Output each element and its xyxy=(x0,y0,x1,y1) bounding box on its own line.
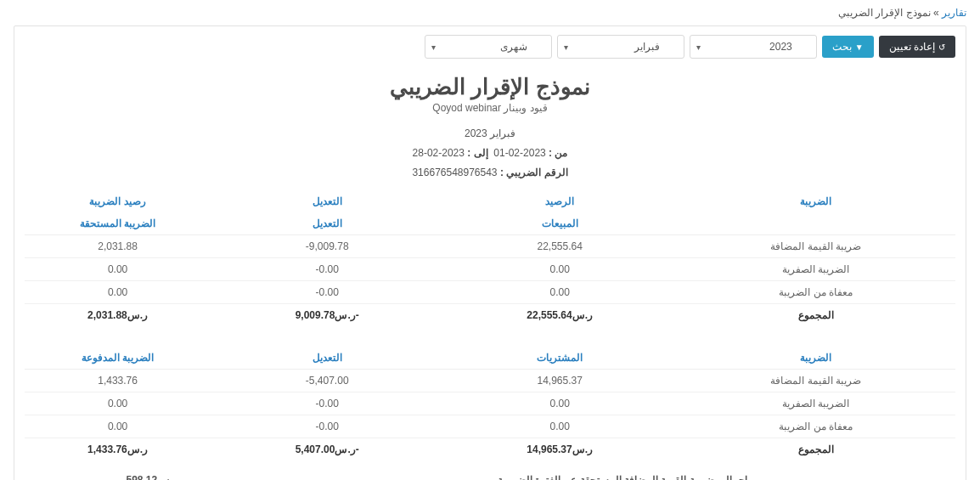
filter-icon: ▼ xyxy=(855,42,864,52)
sales-table: الضريبة الرصيد التعديل رصيد الضريبة المب… xyxy=(25,190,955,326)
summary-value: ر.س598.12 xyxy=(126,474,177,480)
sales-h2: الرصيد xyxy=(443,190,676,212)
purchases-total-row: المجموعر.س14,965.37-ر.س5,407.00ر.س1,433.… xyxy=(25,438,955,461)
sales-h3: التعديل xyxy=(211,190,443,212)
table-row: ضريبة القيمة المضافة14,965.375,407.00-1,… xyxy=(25,370,955,392)
purch-h3: التعديل xyxy=(211,347,443,370)
search-button-label: بحث xyxy=(832,41,852,53)
sales-sub-h2: المبيعات xyxy=(443,212,676,235)
table-row: الضريبة الصفرية0.000.00-0.00 xyxy=(25,258,955,281)
sales-total-row: المجموعر.س22,555.64-ر.س9,009.78ر.س2,031.… xyxy=(25,304,955,327)
table-row: معفاة من الضريبة0.000.00-0.00 xyxy=(25,281,955,304)
to-value: 2023-02-28 xyxy=(413,147,465,159)
purch-h4: الضريبة المدفوعة xyxy=(25,347,211,370)
summary-row: إجمالي ضريبة القيمة المضافة المستحقة عن … xyxy=(25,474,955,480)
reset-button-label: إعادة تعيين xyxy=(889,41,935,53)
sales-h4: رصيد الضريبة xyxy=(25,190,211,212)
page-title: نموذج الإقرار الضريبي xyxy=(25,74,955,100)
to-label: إلى : xyxy=(467,147,487,159)
purchases-table: الضريبة المشتريات التعديل الضريبة المدفو… xyxy=(25,347,955,460)
summary-label: إجمالي ضريبة القيمة المضافة المستحقة عن … xyxy=(290,474,955,480)
from-value: 2023-02-01 xyxy=(493,147,545,159)
purch-h2: المشتريات xyxy=(443,347,676,370)
purch-h1: الضريبة xyxy=(676,347,955,370)
year-select[interactable]: 2023 xyxy=(690,35,817,59)
sales-sub-h4: الضريبة المستحقة xyxy=(25,212,211,235)
company-name: قيود وبينار Qoyod webinar xyxy=(25,102,955,114)
filter-toolbar: شهرى ▾ فبراير ▾ 2023 ▾ ▼بحث ↺إعادة تعيين xyxy=(25,35,955,59)
breadcrumb-sep: » xyxy=(931,7,942,19)
table-row: الضريبة الصفرية0.000.00-0.00 xyxy=(25,392,955,415)
breadcrumb-current: نموذج الإقرار الضريبي xyxy=(838,7,931,19)
sales-sub-h1 xyxy=(676,212,955,235)
breadcrumb-root[interactable]: تقارير xyxy=(942,7,966,19)
undo-icon: ↺ xyxy=(938,42,945,52)
tax-no-value: 316676548976543 xyxy=(412,167,497,178)
month-select[interactable]: فبراير xyxy=(557,35,684,59)
table-row: ضريبة القيمة المضافة22,555.649,009.78-2,… xyxy=(25,235,955,258)
sales-body: ضريبة القيمة المضافة22,555.649,009.78-2,… xyxy=(25,235,955,327)
report-period: فبراير 2023 xyxy=(25,124,955,144)
period-mode-select[interactable]: شهرى xyxy=(425,35,552,59)
tax-no-label: الرقم الضريبي : xyxy=(500,167,568,178)
table-row: معفاة من الضريبة0.000.00-0.00 xyxy=(25,415,955,438)
reset-button[interactable]: ↺إعادة تعيين xyxy=(879,36,955,58)
report-panel: شهرى ▾ فبراير ▾ 2023 ▾ ▼بحث ↺إعادة تعيين… xyxy=(14,25,966,480)
summary-block: إجمالي ضريبة القيمة المضافة المستحقة عن … xyxy=(25,474,955,480)
search-button[interactable]: ▼بحث xyxy=(822,36,874,58)
from-label: من : xyxy=(549,147,567,159)
breadcrumb: تقارير » نموذج الإقرار الضريبي xyxy=(14,7,966,19)
sales-sub-h3: التعديل xyxy=(211,212,443,235)
purchases-body: ضريبة القيمة المضافة14,965.375,407.00-1,… xyxy=(25,370,955,461)
sales-h1: الضريبة xyxy=(676,190,955,212)
